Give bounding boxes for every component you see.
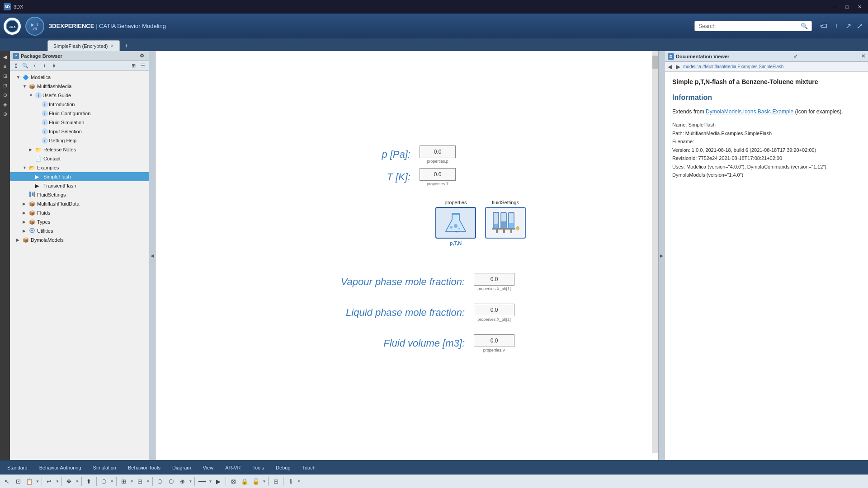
bt-sim3-dd[interactable]: ▼	[189, 479, 193, 483]
status-tab-view[interactable]: View	[198, 463, 219, 472]
doc-nav-forward[interactable]: ▶	[675, 62, 681, 71]
bt-connect-dd[interactable]: ▼	[208, 479, 212, 483]
nav-end-btn[interactable]: ⟫	[50, 62, 58, 70]
expand-types[interactable]: ▶	[23, 220, 28, 224]
panel-collapse-btn[interactable]: ◀	[149, 51, 156, 460]
search-input[interactable]	[698, 23, 798, 29]
doc-nav-back[interactable]: ◀	[667, 62, 673, 71]
nav-prev-btn[interactable]: 🔍	[21, 62, 29, 70]
doc-expand-btn[interactable]: ⤢	[793, 53, 797, 59]
status-tab-debug[interactable]: Debug	[270, 463, 296, 472]
bt-connect-btn[interactable]: ⟶	[197, 477, 207, 487]
output-2-box[interactable]: 0.0	[474, 304, 514, 316]
view-btn[interactable]: ☰	[139, 62, 147, 70]
output-1-box[interactable]: 0.0	[474, 273, 514, 286]
tool-btn-3[interactable]: ⊞	[1, 72, 9, 80]
minimize-btn[interactable]: ─	[830, 3, 840, 11]
bt-select-btn[interactable]: ⊡	[13, 477, 23, 487]
bt-grid-dd[interactable]: ▼	[146, 479, 150, 483]
bt-lock-dd[interactable]: ▼	[262, 479, 266, 483]
panel-settings-btn[interactable]: ⚙	[138, 52, 146, 60]
tree-item-fluidsettings[interactable]: FluidSettings	[10, 190, 149, 199]
doc-nav-path[interactable]: modelica://MultiflashMedia.Examples.Simp…	[683, 64, 783, 69]
bt-info-btn[interactable]: ℹ	[286, 477, 296, 487]
tree-item-fluidconfig[interactable]: i Fluid Configuration	[10, 109, 149, 118]
tag-icon[interactable]: 🏷	[818, 20, 829, 32]
main-tab[interactable]: SimpleFlash (Encrypted) ✕	[47, 40, 120, 51]
tool-btn-7[interactable]: ⊕	[1, 110, 9, 118]
nav-first-btn[interactable]: ⟪	[12, 62, 20, 70]
bt-undo-dd[interactable]: ▼	[56, 479, 59, 483]
add-tab-btn[interactable]: +	[122, 41, 131, 50]
tab-close-icon[interactable]: ✕	[110, 43, 114, 48]
tree-item-examples[interactable]: ▼ 📂 Examples	[10, 163, 149, 172]
tool-btn-6[interactable]: ◈	[1, 100, 9, 108]
tree-area[interactable]: ▼ 🔷 Modelica ▼ 📦 MultiflashMedia ▼ i Use…	[10, 71, 149, 460]
tree-item-fluidsim[interactable]: i Fluid Simulation	[10, 118, 149, 127]
tool-btn-1[interactable]: ◀	[1, 53, 9, 61]
bt-grid2-btn[interactable]: ⊞	[271, 477, 281, 487]
status-tab-behavior-tools[interactable]: Behavior Tools	[123, 463, 166, 472]
bt-copy-dd[interactable]: ▼	[36, 479, 39, 483]
expand-releasenotes[interactable]: ▶	[29, 147, 34, 152]
status-tab-touch[interactable]: Touch	[297, 463, 321, 472]
status-tab-diagram[interactable]: Diagram	[167, 463, 197, 472]
expand-fluids[interactable]: ▶	[23, 211, 28, 215]
tree-item-dymolamodels[interactable]: ▶ 📦 DymolaModels	[10, 235, 149, 244]
tree-item-multiflashmedia[interactable]: ▼ 📦 MultiflashMedia	[10, 82, 149, 91]
bt-sim1-btn[interactable]: ⬡	[155, 477, 165, 487]
output-3-box[interactable]: 0.0	[474, 334, 514, 347]
tool-btn-5[interactable]: ⊙	[1, 91, 9, 99]
tree-item-releasenotes[interactable]: ▶ 📁 Release Notes	[10, 145, 149, 154]
tree-item-simpleflash[interactable]: ▶ SimpleFlash	[10, 172, 149, 181]
bt-undo-btn[interactable]: ↩	[44, 477, 54, 487]
model-canvas[interactable]: p [Pa]: 0.0 properties.p T [K]:	[156, 51, 658, 460]
bt-cursor-btn[interactable]: ↖	[2, 477, 12, 487]
maximize-btn[interactable]: □	[843, 3, 851, 11]
status-tab-standard[interactable]: Standard	[2, 463, 33, 472]
expand-all-btn[interactable]: ⊞	[129, 62, 137, 70]
bt-lock-btn[interactable]: 🔒	[240, 477, 250, 487]
nav-last-btn[interactable]: ⟩	[40, 62, 48, 70]
bt-copy-btn[interactable]: 📋	[24, 477, 34, 487]
bt-component-btn[interactable]: ⬡	[99, 477, 109, 487]
tree-item-multiflashfluiddata[interactable]: ▶ 📦 MultiflashFluidData	[10, 199, 149, 208]
bt-play-btn[interactable]: ▶	[213, 477, 223, 487]
expand-multiflashmedia[interactable]: ▼	[23, 84, 28, 89]
search-bar[interactable]: 🔍	[694, 21, 812, 31]
expand-utilities[interactable]: ▶	[23, 229, 28, 233]
component-properties[interactable]: properties ⊕ p	[435, 200, 476, 246]
tree-item-fluids[interactable]: ▶ 📦 Fluids	[10, 208, 149, 217]
expand-modelica[interactable]: ▼	[16, 75, 22, 80]
tree-item-introduction[interactable]: i Introduction	[10, 100, 149, 109]
status-tab-behavior-authoring[interactable]: Behavior Authoring	[34, 463, 87, 472]
bt-unlock-btn[interactable]: 🔓	[251, 477, 261, 487]
play-controls[interactable]: ▶⏸ VR	[25, 17, 44, 36]
tree-item-utilities[interactable]: ▶ Utilities	[10, 226, 149, 235]
expand-usersguide[interactable]: ▼	[29, 93, 34, 98]
bt-move-dd[interactable]: ▼	[75, 479, 79, 483]
bt-sim3-btn[interactable]: ⊕	[178, 477, 188, 487]
component-fluidsettings[interactable]: fluidSettings	[485, 200, 526, 246]
expand-dymolamodels[interactable]: ▶	[16, 238, 22, 242]
bt-grid-btn[interactable]: ⊟	[135, 477, 145, 487]
expand-multiflashfluiddata[interactable]: ▶	[23, 202, 28, 206]
vertical-scrollbar[interactable]	[652, 51, 658, 453]
tree-item-gettinghelp[interactable]: i Getting Help	[10, 136, 149, 145]
tree-item-transientflash[interactable]: ▶ TransientFlash	[10, 181, 149, 190]
status-tab-ar-vr[interactable]: AR-VR	[220, 463, 246, 472]
status-tab-tools[interactable]: Tools	[247, 463, 269, 472]
bt-move-btn[interactable]: ✥	[64, 477, 74, 487]
bt-sim2-btn[interactable]: ⬡	[166, 477, 176, 487]
value-T-box[interactable]: 0.0	[420, 168, 456, 181]
tree-item-inputselection[interactable]: i Input Selection	[10, 127, 149, 136]
bt-arrange-btn[interactable]: ⊞	[119, 477, 129, 487]
expand-btn[interactable]: ⤢	[855, 20, 864, 32]
status-tab-simulation[interactable]: Simulation	[88, 463, 122, 472]
value-p-box[interactable]: 0.0	[420, 145, 456, 158]
doc-collapse-btn[interactable]: ▶	[658, 51, 665, 460]
tree-item-contact[interactable]: 📄 Contact	[10, 154, 149, 163]
nav-next-btn[interactable]: ⟨	[31, 62, 39, 70]
bt-arrange-dd[interactable]: ▼	[130, 479, 134, 483]
bt-snap-btn[interactable]: ⊠	[228, 477, 238, 487]
